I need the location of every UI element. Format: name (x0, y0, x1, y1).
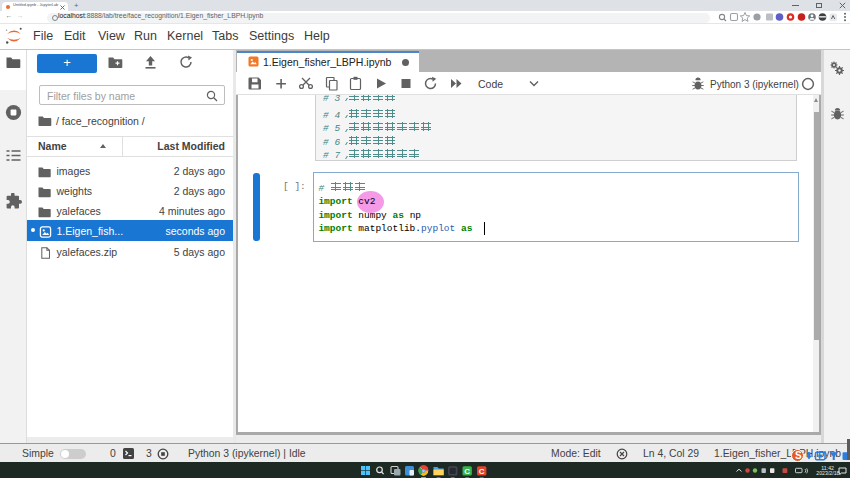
svg-text:C: C (479, 467, 485, 476)
svg-text:C: C (464, 467, 470, 476)
